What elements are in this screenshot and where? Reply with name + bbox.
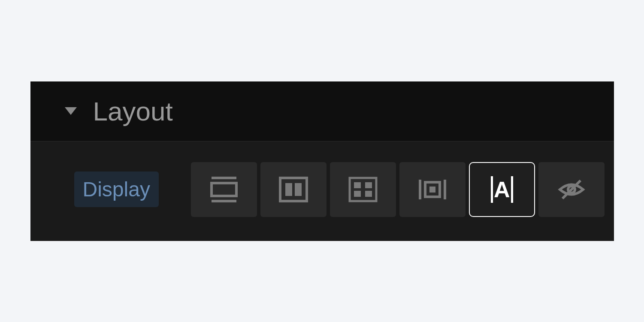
inline-icon: A: [491, 176, 513, 203]
svg-rect-9: [354, 191, 361, 197]
display-inline-block-button[interactable]: [399, 162, 466, 217]
grid-icon: [346, 173, 380, 206]
panel-header[interactable]: Layout: [30, 81, 614, 141]
block-icon: [207, 173, 241, 206]
panel-title: Layout: [93, 96, 173, 126]
display-block-button[interactable]: [191, 162, 257, 217]
svg-rect-3: [280, 178, 307, 201]
svg-rect-4: [285, 183, 292, 196]
none-icon: [555, 173, 588, 206]
chevron-down-icon: [65, 107, 77, 115]
layout-panel: Layout Display: [30, 81, 614, 241]
svg-rect-6: [350, 178, 376, 201]
svg-line-16: [562, 181, 581, 199]
display-flex-button[interactable]: [260, 162, 327, 217]
svg-rect-13: [429, 187, 435, 193]
svg-rect-10: [365, 191, 372, 197]
svg-rect-7: [354, 182, 361, 188]
flex-icon: [277, 173, 310, 206]
svg-rect-5: [295, 183, 302, 196]
svg-rect-1: [212, 183, 236, 196]
display-none-button[interactable]: [538, 162, 605, 217]
display-property-label[interactable]: Display: [74, 172, 159, 207]
svg-rect-8: [365, 182, 372, 188]
display-button-group: A: [191, 162, 605, 217]
display-inline-button[interactable]: A: [469, 162, 535, 217]
inline-block-icon: [416, 173, 449, 206]
display-controls-row: Display: [30, 141, 614, 241]
display-grid-button[interactable]: [330, 162, 396, 217]
